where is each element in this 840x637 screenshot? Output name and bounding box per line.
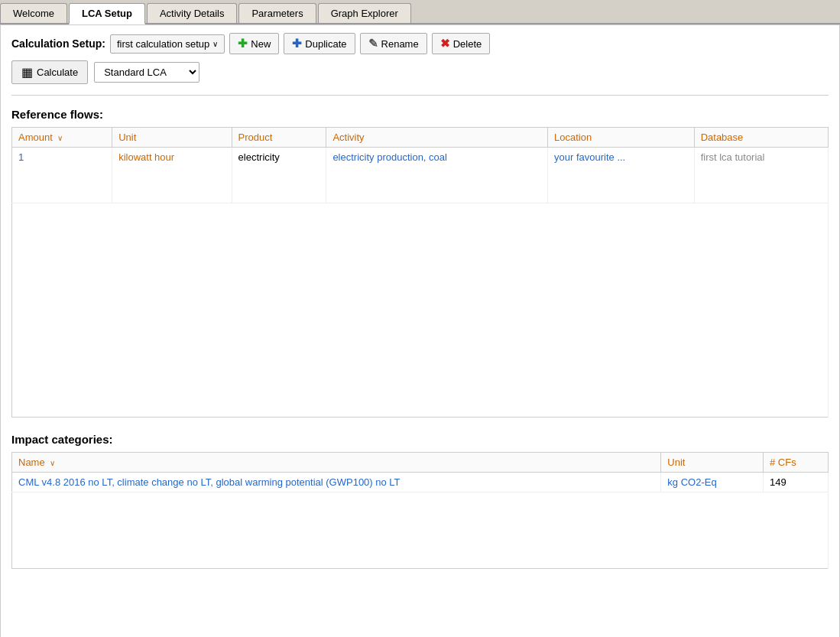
- reference-flows-header-row: Amount ∨ Unit Product Activity Location …: [12, 128, 829, 148]
- cell-location: your favourite ...: [548, 148, 695, 203]
- impact-categories-header-row: Name ∨ Unit # CFs: [12, 453, 829, 473]
- empty-row: [12, 203, 829, 418]
- delete-label: Delete: [453, 38, 482, 50]
- tab-activity-details[interactable]: Activity Details: [147, 3, 238, 23]
- impact-categories-header: Impact categories:: [11, 433, 829, 446]
- col-header-location: Location: [548, 128, 695, 148]
- rename-icon: ✎: [368, 37, 378, 50]
- cell-database: first lca tutorial: [694, 148, 828, 203]
- cell-ic-name: CML v4.8 2016 no LT, climate change no L…: [12, 473, 661, 492]
- plus-icon: ✚: [238, 37, 248, 50]
- duplicate-button[interactable]: ✚ Duplicate: [284, 33, 355, 54]
- impact-categories-section: Impact categories: Name ∨ Unit # CFs CML…: [11, 433, 829, 569]
- delete-icon: ✖: [440, 37, 450, 50]
- duplicate-label: Duplicate: [305, 38, 346, 50]
- calculation-setup-selected: first calculation setup: [117, 38, 209, 50]
- chevron-down-icon: ∨: [212, 40, 218, 48]
- tab-graph-explorer[interactable]: Graph Explorer: [318, 3, 411, 23]
- calculation-setup-dropdown[interactable]: first calculation setup ∨: [110, 34, 225, 54]
- col-header-cfs: # CFs: [764, 453, 829, 473]
- divider-1: [11, 95, 829, 96]
- sort-icon-amount: ∨: [57, 134, 63, 142]
- calculation-setup-label: Calculation Setup:: [11, 37, 105, 50]
- toolbar-row-2: ▦ Calculate Standard LCA Monte Carlo LCA…: [11, 60, 829, 84]
- main-content: Calculation Setup: first calculation set…: [0, 24, 840, 637]
- cell-product: electricity: [232, 148, 326, 203]
- new-button[interactable]: ✚ New: [229, 33, 279, 54]
- col-header-unit: Unit: [112, 128, 232, 148]
- tab-bar: Welcome LCA Setup Activity Details Param…: [0, 0, 840, 24]
- col-header-name[interactable]: Name ∨: [12, 453, 661, 473]
- reference-flows-section: Reference flows: Amount ∨ Unit Product A…: [11, 108, 829, 418]
- impact-categories-table: Name ∨ Unit # CFs CML v4.8 2016 no LT, c…: [11, 452, 829, 569]
- col-header-activity: Activity: [326, 128, 548, 148]
- lca-type-select[interactable]: Standard LCA Monte Carlo LCA Scenario LC…: [94, 62, 199, 83]
- cell-amount: 1: [12, 148, 112, 203]
- cell-unit: kilowatt hour: [112, 148, 232, 203]
- reference-flows-header: Reference flows:: [11, 108, 829, 121]
- col-header-amount[interactable]: Amount ∨: [12, 128, 112, 148]
- rename-label: Rename: [381, 38, 419, 50]
- cell-cfs: 149: [764, 473, 829, 492]
- calculate-label: Calculate: [37, 67, 78, 78]
- sort-icon-name: ∨: [50, 459, 55, 467]
- calculate-button[interactable]: ▦ Calculate: [11, 60, 88, 84]
- table-row[interactable]: 1 kilowatt hour electricity electricity …: [12, 148, 829, 203]
- col-header-product: Product: [232, 128, 326, 148]
- toolbar-row-1: Calculation Setup: first calculation set…: [11, 33, 829, 54]
- col-header-database: Database: [694, 128, 828, 148]
- impact-category-row[interactable]: CML v4.8 2016 no LT, climate change no L…: [12, 473, 829, 492]
- calculate-icon: ▦: [21, 65, 33, 80]
- cell-ic-unit: kg CO2-Eq: [661, 473, 764, 492]
- duplicate-icon: ✚: [292, 37, 302, 50]
- rename-button[interactable]: ✎ Rename: [360, 33, 427, 54]
- new-label: New: [251, 38, 271, 50]
- tab-lca-setup[interactable]: LCA Setup: [69, 3, 145, 24]
- col-header-ic-unit: Unit: [661, 453, 764, 473]
- tab-parameters[interactable]: Parameters: [238, 3, 316, 23]
- cell-activity: electricity production, coal: [326, 148, 548, 203]
- empty-row-ic: [12, 492, 829, 569]
- tab-welcome[interactable]: Welcome: [0, 3, 67, 23]
- reference-flows-table: Amount ∨ Unit Product Activity Location …: [11, 127, 829, 418]
- delete-button[interactable]: ✖ Delete: [432, 33, 491, 54]
